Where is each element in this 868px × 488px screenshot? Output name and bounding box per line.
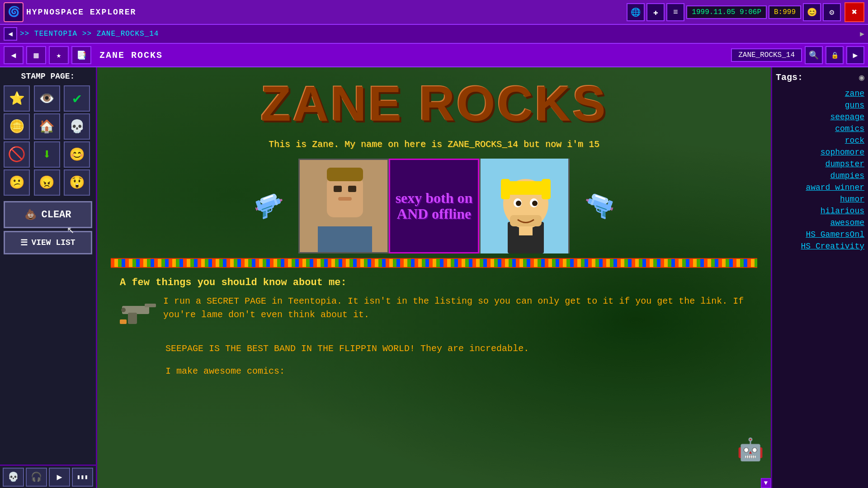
profile-icon-btn[interactable]: 😊: [803, 3, 821, 21]
sexy-text-box: sexy both on AND offline: [389, 159, 479, 253]
menu-icon-btn[interactable]: ≡: [666, 3, 684, 21]
gun-bullet-icon-1: [120, 295, 156, 333]
skull-icon: 💀: [8, 471, 19, 483]
svg-point-16: [532, 201, 538, 206]
play-icon: ▶: [57, 471, 62, 483]
plus-icon: ✚: [653, 7, 658, 17]
svg-rect-3: [348, 186, 356, 192]
url-display: ZANE_ROCKS_14: [731, 48, 802, 62]
address-bar: ◀ >> TEENTOPIA >> ZANE_ROCKS_14 ▶: [0, 25, 868, 44]
play-btn[interactable]: ▶: [49, 468, 70, 487]
gun-left-icon: 🔫: [249, 186, 289, 225]
tag-awesome[interactable]: awesome: [776, 217, 864, 229]
svg-rect-17: [510, 215, 542, 226]
tag-dumpster[interactable]: dumpster: [776, 158, 864, 170]
face-svg: [300, 159, 387, 253]
intro-text: This is Zane. My name on here is ZANE_RO…: [111, 139, 757, 150]
content-block-comics: I make awesome comics:: [120, 365, 748, 378]
page-title: ZANE ROCKS: [94, 50, 168, 61]
settings-icon: ⚙: [830, 7, 835, 17]
main-layout: STAMP PAGE: ⭐ 👁️ ✔ 🪙 🏠 💀 🚫 ⬇ 😊 😕 😠 😲 💩 C…: [0, 67, 868, 488]
hypnospace-logo: 🌀: [8, 6, 20, 18]
menu-icon: ≡: [673, 8, 678, 17]
svg-rect-6: [327, 168, 363, 181]
tags-visibility-icon[interactable]: ◉: [859, 72, 864, 83]
photo-placeholder-1: [300, 160, 387, 252]
cartoon-svg: [481, 159, 568, 253]
sexy-text-content: sexy both on AND offline: [390, 190, 478, 222]
stamp-coin[interactable]: 🪙: [4, 113, 30, 140]
tag-dumpies[interactable]: dumpies: [776, 170, 864, 182]
stamp-sidebar: STAMP PAGE: ⭐ 👁️ ✔ 🪙 🏠 💀 🚫 ⬇ 😊 😕 😠 😲 💩 C…: [0, 67, 97, 488]
stamp-star[interactable]: ⭐: [4, 85, 30, 112]
content-text-seepage: SEEPAGE IS THE BEST BAND IN THE FLIPPIN …: [165, 342, 529, 356]
photo-zane-cartoon: [479, 159, 570, 253]
stamp-down[interactable]: ⬇: [34, 141, 60, 168]
stamp-mad[interactable]: 😠: [34, 169, 60, 196]
content-text-secret: I run a SECRET PAGE in Teentopia. It isn…: [163, 295, 748, 322]
stamp-house[interactable]: 🏠: [34, 113, 60, 140]
svg-rect-5: [318, 226, 372, 253]
toolbar-bookmark-btn[interactable]: 📑: [71, 46, 91, 64]
lock-btn[interactable]: 🔒: [826, 46, 844, 64]
tag-comics[interactable]: comics: [776, 123, 864, 135]
clear-button[interactable]: 💩 CLEAR: [4, 201, 92, 228]
equalizer-btn[interactable]: ▮▮▮: [72, 468, 93, 487]
close-button[interactable]: ✖: [844, 2, 864, 22]
stamp-grid: ⭐ 👁️ ✔ 🪙 🏠 💀 🚫 ⬇ 😊 😕 😠 😲: [4, 85, 92, 196]
tag-hs-creativity[interactable]: HS_Creativity: [776, 240, 864, 252]
svg-rect-2: [334, 186, 342, 192]
tag-humor[interactable]: humor: [776, 193, 864, 205]
tag-guns[interactable]: guns: [776, 99, 864, 111]
tag-award-winner[interactable]: award winner: [776, 182, 864, 193]
skull-bottom-btn[interactable]: 💀: [3, 468, 24, 487]
app-icon: 🌀: [4, 2, 24, 22]
app-title: HYPNOSPACE EXPLORER: [26, 8, 136, 17]
toolbar-star-btn[interactable]: ★: [49, 46, 69, 64]
svg-rect-11: [501, 179, 510, 199]
toolbar-arrow-btn[interactable]: ▶: [846, 46, 864, 64]
plus-icon-btn[interactable]: ✚: [646, 3, 665, 21]
svg-point-15: [516, 201, 521, 206]
stamp-skull[interactable]: 💀: [64, 113, 90, 140]
address-back-btn[interactable]: ◀: [4, 27, 17, 41]
toolbar-back-btn[interactable]: ◀: [4, 46, 24, 64]
poop-icon: 💩: [24, 209, 37, 221]
gun-left-decoration: 🔫: [240, 159, 298, 253]
stamp-no[interactable]: 🚫: [4, 141, 30, 168]
search-btn[interactable]: 🔍: [805, 46, 823, 64]
toolbar-grid-btn[interactable]: ▦: [26, 46, 46, 64]
content-text-comics: I make awesome comics:: [165, 365, 285, 378]
tag-zane[interactable]: zane: [776, 88, 864, 99]
tag-hilarious[interactable]: hilarious: [776, 205, 864, 217]
top-bar: 🌀 HYPNOSPACE EXPLORER 🌐 ✚ ≡ 1999.11.05 9…: [0, 0, 868, 25]
robot-icon: 🤖: [737, 437, 764, 463]
stamp-shock[interactable]: 😲: [64, 169, 90, 196]
stamp-smile[interactable]: 😊: [64, 141, 90, 168]
svg-rect-4: [338, 197, 352, 201]
arrow-right-icon: ▶: [853, 50, 858, 60]
star-icon: ★: [57, 50, 61, 60]
tag-rock[interactable]: rock: [776, 135, 864, 146]
scroll-down-button[interactable]: ▼: [761, 478, 771, 488]
back-arrow-icon: ◀: [8, 29, 13, 38]
tags-sidebar: Tags: ◉ zane guns seepage comics rock so…: [771, 67, 868, 488]
svg-point-22: [121, 308, 126, 312]
tag-hs-gamers[interactable]: HS_GamersOnl: [776, 229, 864, 240]
main-content-area[interactable]: ZANE ROCKS This is Zane. My name on here…: [97, 67, 771, 488]
datetime-display: 1999.11.05 9:06P: [686, 5, 767, 19]
globe-icon-btn[interactable]: 🌐: [627, 3, 645, 21]
tag-seepage[interactable]: seepage: [776, 111, 864, 123]
grid-icon: ▦: [34, 50, 39, 60]
tag-sophomore[interactable]: sophomore: [776, 146, 864, 158]
view-list-button[interactable]: ☰ VIEW LIST: [4, 231, 92, 254]
stamp-check[interactable]: ✔: [64, 85, 90, 112]
gun-svg-1: [120, 295, 158, 326]
settings-icon-btn[interactable]: ⚙: [823, 3, 841, 21]
stamp-frown[interactable]: 😕: [4, 169, 30, 196]
tags-label: Tags:: [776, 72, 803, 83]
lock-icon: 🔒: [831, 52, 839, 59]
photo-zane-real: [298, 159, 389, 253]
headphones-btn[interactable]: 🎧: [26, 468, 47, 487]
stamp-eye[interactable]: 👁️: [34, 85, 60, 112]
